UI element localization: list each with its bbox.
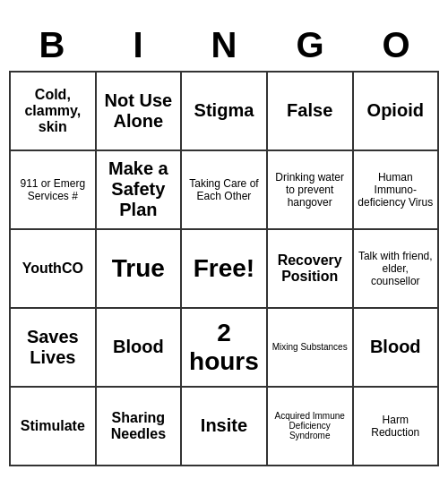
cell-1-0: 911 or Emerg Services # [10, 150, 96, 229]
cell-4-3: Acquired Immune Deficiency Syndrome [267, 387, 353, 466]
bingo-title: B I N G O [9, 21, 439, 71]
bingo-grid: Cold, clammy, skinNot Use AloneStigmaFal… [9, 71, 439, 466]
title-o: O [357, 25, 435, 65]
title-g: G [271, 25, 349, 65]
cell-0-4: Opioid [353, 72, 438, 150]
cell-1-2: Taking Care of Each Other [181, 150, 267, 229]
cell-0-1: Not Use Alone [96, 72, 181, 150]
cell-2-0: YouthCO [10, 229, 96, 308]
title-b: B [13, 25, 91, 65]
cell-4-2: Insite [181, 387, 267, 466]
cell-2-1: True [96, 229, 181, 308]
cell-2-2: Free! [181, 229, 267, 308]
cell-3-3: Mixing Substances [267, 308, 353, 387]
cell-1-1: Make a Safety Plan [96, 150, 181, 229]
cell-2-4: Talk with friend, elder, counsellor [353, 229, 438, 308]
cell-4-4: Harm Reduction [353, 387, 438, 466]
cell-3-4: Blood [353, 308, 438, 387]
cell-2-3: Recovery Position [267, 229, 353, 308]
cell-0-0: Cold, clammy, skin [10, 72, 96, 150]
cell-0-3: False [267, 72, 353, 150]
cell-1-3: Drinking water to prevent hangover [267, 150, 353, 229]
cell-4-0: Stimulate [10, 387, 96, 466]
cell-1-4: Human Immuno-deficiency Virus [353, 150, 438, 229]
title-i: I [99, 25, 177, 65]
cell-3-2: 2 hours [181, 308, 267, 387]
cell-3-0: Saves Lives [10, 308, 96, 387]
bingo-container: B I N G O Cold, clammy, skinNot Use Alon… [9, 21, 439, 466]
cell-3-1: Blood [96, 308, 181, 387]
cell-0-2: Stigma [181, 72, 267, 150]
title-n: N [185, 25, 263, 65]
cell-4-1: Sharing Needles [96, 387, 181, 466]
